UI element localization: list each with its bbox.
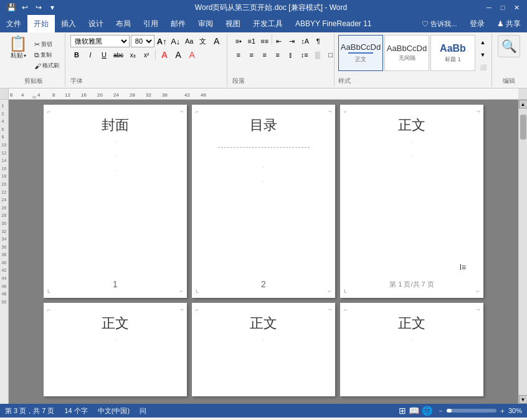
numbered-list-btn[interactable]: ≡1 [245, 35, 258, 47]
menu-view[interactable]: 视图 [219, 15, 247, 32]
font-size-select[interactable]: 80 [131, 35, 154, 47]
ruler-right-corner [518, 88, 527, 99]
tell-me-button[interactable]: ♡ 告诉我... [415, 15, 463, 32]
menu-layout[interactable]: 布局 [110, 15, 137, 32]
document-canvas[interactable]: ⌐ ¬ 封面 · · · 1 L ⌐ ⌐ ¬ 目录 · · 2 L ⌐ [9, 100, 518, 404]
main-area: 1 2 4 6 8 10 12 14 16 18 20 22 24 26 28 … [0, 100, 527, 404]
toc-dot: · [263, 164, 265, 171]
text-effect-btn[interactable]: A [158, 49, 171, 61]
bullet-list-btn[interactable]: ≡• [232, 35, 245, 47]
text-cursor: I≡ [460, 263, 466, 272]
style-heading1-preview: AaBb [440, 43, 466, 54]
styles-expand[interactable]: ⬜ [477, 61, 489, 74]
show-hide-btn[interactable]: ¶ [312, 35, 325, 47]
content1-corner-tl: ⌐ [344, 108, 347, 115]
clipboard-group: 📋 粘贴 ▾ ✂ 剪切 ⧉ 复制 🖌 格式刷 [2, 34, 65, 87]
undo-button[interactable]: ↩ [19, 1, 31, 14]
menu-review[interactable]: 审阅 [192, 15, 219, 32]
menu-design[interactable]: 设计 [82, 15, 110, 32]
multi-list-btn[interactable]: ≡≡ [259, 35, 271, 47]
scroll-thumb[interactable] [520, 115, 526, 140]
customize-qa-button[interactable]: ▾ [46, 1, 59, 14]
menu-developer[interactable]: 开发工具 [247, 15, 289, 32]
page-content-2: ⌐ ¬ 正文 · [44, 303, 187, 396]
scroll-up-btn[interactable]: ▲ [519, 100, 528, 108]
cut-button[interactable]: ✂ 剪切 [32, 40, 61, 49]
web-layout-btn[interactable]: 🌐 [422, 406, 432, 416]
svg-text:28: 28 [130, 92, 135, 98]
superscript-btn[interactable]: x² [140, 49, 153, 61]
align-left-btn[interactable]: ≡ [232, 49, 245, 61]
border-btn[interactable]: □ [325, 49, 337, 61]
svg-text:16: 16 [81, 92, 87, 98]
vertical-scrollbar[interactable]: ▲ ▼ [518, 100, 527, 404]
increase-font-btn[interactable]: A↑ [156, 35, 168, 47]
italic-btn[interactable]: I [84, 49, 97, 61]
pinyin-btn[interactable]: 文 [197, 35, 209, 47]
content1-dot: · [411, 138, 413, 145]
scroll-track[interactable] [519, 108, 527, 395]
styles-scroll-up[interactable]: ▲ [477, 36, 489, 49]
line-spacing-btn[interactable]: ↕≡ [298, 49, 311, 61]
scroll-down-btn[interactable]: ▼ [519, 395, 528, 404]
accessibility-icon[interactable]: 问 [140, 406, 146, 416]
styles-label: 样式 [338, 75, 489, 85]
login-button[interactable]: 登录 [463, 15, 491, 32]
align-right-btn[interactable]: ≡ [259, 49, 271, 61]
change-case-btn[interactable]: Aa [183, 35, 196, 47]
style-no-spacing[interactable]: AaBbCcDd 无间隔 [384, 35, 429, 71]
column-text-btn[interactable]: ⫿ [285, 49, 297, 61]
clear-format-btn[interactable]: A [211, 35, 223, 47]
highlight-btn[interactable]: A [172, 49, 184, 61]
styles-scroll-down[interactable]: ▼ [477, 49, 489, 61]
format-painter-button[interactable]: 🖌 格式刷 [32, 61, 61, 70]
content3-dot: · [263, 336, 265, 343]
read-mode-btn[interactable]: 📖 [409, 406, 419, 416]
paste-button[interactable]: 📋 粘贴 ▾ [6, 35, 30, 75]
redo-button[interactable]: ↪ [32, 1, 45, 14]
style-normal[interactable]: AaBbCcDd 正文 [338, 35, 383, 71]
zoom-out-btn[interactable]: － [437, 406, 444, 416]
zoom-slider[interactable] [447, 409, 496, 413]
search-button[interactable]: 🔍 [498, 35, 520, 57]
title-bar: 💾 ↩ ↪ ▾ Word页码从第三页开始.doc [兼容模式] - Word ─… [0, 0, 527, 15]
restore-button[interactable]: □ [497, 2, 508, 13]
editing-group: 🔍 编辑 [493, 34, 525, 87]
justify-btn[interactable]: ≡ [272, 49, 284, 61]
menu-abbyy[interactable]: ABBYY FineReader 11 [289, 15, 378, 32]
font-name-select[interactable]: 微软雅黑 [70, 35, 130, 47]
menu-file[interactable]: 文件 [0, 15, 27, 32]
zoom-in-btn[interactable]: ＋ [499, 406, 506, 416]
para-row1: ≡• ≡1 ≡≡ ⇤ ⇥ ↕A ¶ [232, 35, 330, 47]
increase-indent-btn[interactable]: ⇥ [286, 35, 298, 47]
underline-btn[interactable]: U [98, 49, 110, 61]
save-button[interactable]: 💾 [5, 1, 17, 14]
svg-text:8: 8 [52, 92, 55, 98]
menu-home[interactable]: 开始 [27, 15, 55, 32]
strikethrough-btn[interactable]: abc [112, 49, 125, 61]
minimize-button[interactable]: ─ [483, 2, 495, 13]
decrease-font-btn[interactable]: A↓ [169, 35, 182, 47]
font-color-btn[interactable]: A [186, 49, 198, 61]
print-layout-btn[interactable]: ⊞ [399, 406, 406, 416]
content2-title: 正文 [102, 314, 129, 333]
cover-dot2: · [115, 153, 116, 160]
menu-references[interactable]: 引用 [137, 15, 164, 32]
decrease-indent-btn[interactable]: ⇤ [273, 35, 285, 47]
sort-btn[interactable]: ↕A [299, 35, 311, 47]
subscript-btn[interactable]: x₂ [126, 49, 139, 61]
toc-corner-tr: ¬ [328, 108, 331, 115]
toc-dot2: · [263, 178, 265, 185]
styles-dropdown-controls: ▲ ▼ ⬜ [477, 35, 489, 75]
bold-btn[interactable]: B [70, 49, 83, 61]
menu-insert[interactable]: 插入 [55, 15, 82, 32]
menu-mail[interactable]: 邮件 [164, 15, 192, 32]
shading-btn[interactable]: ░ [311, 49, 324, 61]
close-button[interactable]: ✕ [511, 2, 522, 13]
copy-button[interactable]: ⧉ 复制 [32, 50, 61, 60]
share-button[interactable]: ♟ 共享 [491, 15, 527, 32]
center-btn[interactable]: ≡ [245, 49, 258, 61]
content1-dot2: · [411, 153, 413, 160]
page-row-2: ⌐ ¬ 正文 · ⌐ ¬ 正文 · ⌐ ¬ 正文 · [14, 303, 513, 396]
style-heading1[interactable]: AaBb 标题 1 [430, 35, 475, 71]
